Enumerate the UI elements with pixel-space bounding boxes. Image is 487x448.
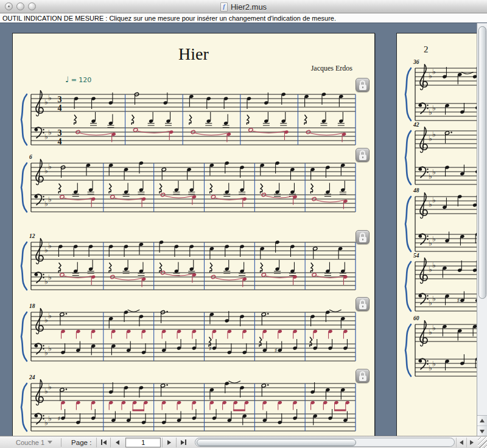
svg-text:♭: ♭ (44, 167, 48, 175)
svg-text:♭: ♭ (429, 299, 432, 307)
svg-text:♭: ♭ (48, 273, 52, 282)
next-page-icon (167, 440, 171, 445)
svg-text:3: 3 (58, 128, 62, 138)
svg-text:♯: ♯ (275, 347, 278, 354)
svg-text:♭: ♭ (48, 383, 52, 391)
previous-page-icon (116, 440, 119, 445)
last-page-button[interactable] (176, 438, 190, 447)
svg-text:♭: ♭ (48, 242, 52, 250)
svg-text:♭: ♭ (432, 130, 436, 139)
first-page-button[interactable] (96, 438, 110, 447)
svg-text:♭: ♭ (429, 172, 432, 181)
arrow-up-icon (480, 419, 485, 422)
svg-text:♭: ♭ (44, 387, 48, 396)
scroll-down-button[interactable] (477, 426, 487, 436)
page-label: Page : (65, 439, 96, 446)
chevron-down-icon (47, 441, 52, 444)
music-systems-page2[interactable]: ♭♭♭♭36♯♭♭♭♭42♯♭♭♭♭48♯♯♭♭♭♭54♯♯♯♯♭♭♭♭60♯♯ (397, 33, 487, 436)
vertical-scroll-arrows (477, 415, 487, 436)
svg-text:♭: ♭ (44, 98, 48, 107)
svg-text:♭: ♭ (432, 68, 436, 76)
svg-text:♭: ♭ (48, 415, 52, 423)
window-title-area: f Hier2.mus (0, 0, 487, 13)
layer-selector[interactable]: Couche 1 (0, 436, 57, 448)
svg-text:36: 36 (413, 59, 419, 65)
svg-text:♭: ♭ (44, 349, 48, 357)
svg-text:♭: ♭ (432, 295, 436, 303)
layer-selector-label: Couche 1 (16, 439, 44, 446)
svg-text:4: 4 (58, 137, 62, 146)
svg-text:42: 42 (413, 122, 419, 128)
tool-message-text: OUTIL INDICATION DE MESURE : Cliquez sur… (2, 15, 336, 22)
svg-text:♯: ♯ (58, 415, 61, 422)
svg-text:♭: ♭ (432, 168, 436, 177)
svg-text:♭: ♭ (429, 328, 432, 337)
svg-text:♯: ♯ (457, 297, 460, 304)
svg-text:♭: ♭ (48, 163, 52, 171)
svg-text:♭: ♭ (44, 200, 48, 208)
svg-text:♭: ♭ (432, 324, 436, 332)
divider (61, 438, 61, 447)
svg-text:♭: ♭ (48, 195, 52, 204)
svg-text:♭: ♭ (429, 200, 432, 209)
svg-text:18: 18 (29, 303, 35, 309)
resize-grip[interactable] (478, 437, 487, 448)
svg-text:48: 48 (413, 187, 419, 194)
svg-text:♭: ♭ (44, 419, 48, 427)
svg-text:60: 60 (413, 315, 419, 321)
svg-text:♭: ♭ (44, 133, 48, 141)
svg-text:♭: ♭ (48, 312, 52, 320)
horizontal-scrollbar[interactable] (195, 438, 455, 447)
system-lock-button[interactable] (356, 230, 370, 244)
scroll-up-button[interactable] (477, 416, 487, 426)
arrow-left-icon (460, 440, 463, 445)
svg-text:♭: ♭ (432, 235, 436, 243)
arrow-down-icon (480, 430, 485, 433)
system-lock-button[interactable] (356, 148, 370, 162)
last-page-icon (185, 439, 186, 445)
svg-text:♭: ♭ (48, 128, 52, 137)
page-number-input[interactable] (125, 438, 161, 447)
svg-text:♭: ♭ (48, 94, 52, 102)
tool-message-bar: OUTIL INDICATION DE MESURE : Cliquez sur… (0, 13, 487, 23)
finale-doc-icon: f (220, 2, 228, 12)
svg-text:♭: ♭ (44, 246, 48, 254)
vertical-scrollbar-thumb[interactable] (478, 26, 486, 299)
arrow-right-icon (470, 440, 474, 445)
svg-text:♯: ♯ (209, 345, 212, 352)
svg-text:12: 12 (29, 233, 35, 239)
vertical-scrollbar[interactable] (477, 23, 487, 436)
score-page-1: Hier Jacques Erdos ♩ = 120 ♭♭♭♭3434♭♭♭♭6… (12, 33, 375, 436)
svg-text:54: 54 (413, 253, 419, 259)
system-lock-button[interactable] (356, 297, 370, 311)
previous-page-button[interactable] (110, 438, 124, 447)
svg-text:6: 6 (29, 154, 32, 160)
svg-text:♭: ♭ (432, 360, 436, 368)
svg-text:4: 4 (58, 103, 62, 113)
score-page-2: 2 ♭♭♭♭36♯♭♭♭♭42♯♭♭♭♭48♯♯♭♭♭♭54♯♯♯♯♭♭♭♭60… (396, 33, 487, 436)
score-canvas[interactable]: Hier Jacques Erdos ♩ = 120 ♭♭♭♭3434♭♭♭♭6… (0, 23, 487, 436)
svg-text:♭: ♭ (429, 72, 432, 80)
svg-text:♭: ♭ (429, 265, 432, 274)
svg-text:♭: ♭ (429, 239, 432, 248)
system-lock-button[interactable] (356, 78, 370, 92)
svg-text:♭: ♭ (429, 364, 432, 373)
svg-text:♭: ♭ (429, 108, 432, 117)
scroll-right-button[interactable] (466, 438, 477, 447)
svg-text:24: 24 (29, 374, 35, 380)
finale-window: f Hier2.mus OUTIL INDICATION DE MESURE :… (0, 0, 487, 448)
svg-text:♭: ♭ (432, 196, 436, 205)
svg-text:♭: ♭ (432, 261, 436, 270)
scroll-left-button[interactable] (456, 438, 466, 447)
horizontal-scrollbar-thumb[interactable] (197, 439, 356, 446)
system-lock-button[interactable] (356, 369, 370, 383)
status-bar: Couche 1 Page : (0, 436, 487, 448)
svg-text:♭: ♭ (48, 345, 52, 353)
window-titlebar: f Hier2.mus (0, 0, 487, 13)
first-page-icon (101, 439, 102, 445)
svg-text:♭: ♭ (429, 135, 432, 143)
window-title: Hier2.mus (231, 2, 267, 12)
next-page-button[interactable] (162, 438, 176, 447)
music-systems-page1[interactable]: ♭♭♭♭3434♭♭♭♭6♭♭♭♭12♭♭♭♭18♯♯♭♭♭♭24♯ (13, 33, 376, 436)
svg-text:♭: ♭ (432, 104, 436, 113)
